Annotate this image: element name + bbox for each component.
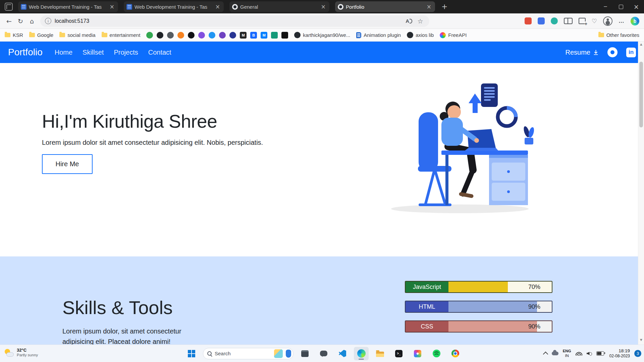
linkedin-icon[interactable]: in — [626, 48, 636, 57]
page-scrollbar[interactable]: ▲ ▼ — [638, 42, 644, 362]
favorite-axios-lib[interactable]: axios lib — [407, 32, 434, 38]
blue-site-icon[interactable] — [209, 32, 215, 39]
windows-logo-icon — [188, 350, 195, 357]
favorite-star-icon[interactable]: ☆ — [415, 15, 426, 27]
bing-icon[interactable]: b — [631, 17, 639, 25]
medium-icon[interactable]: M — [240, 32, 247, 39]
favorite-folder-ksr[interactable]: KSR — [5, 32, 23, 38]
search-doodle-icon — [274, 349, 283, 358]
site-info-icon[interactable]: i — [45, 18, 51, 24]
gray-site-icon[interactable] — [167, 32, 174, 39]
unsplash-icon[interactable] — [281, 32, 288, 39]
tab-title: Web Development Training - Tas — [135, 4, 212, 10]
scrollbar-thumb[interactable] — [639, 62, 643, 127]
site-navbar: Portfolio Home Skillset Projects Contact… — [0, 42, 644, 63]
maximize-button[interactable] — [613, 0, 629, 13]
orange-site-icon[interactable] — [177, 32, 184, 39]
resume-link[interactable]: Resume — [566, 49, 599, 56]
photos-icon[interactable] — [410, 347, 425, 360]
tab-close-icon[interactable]: × — [214, 4, 221, 10]
codepen-icon[interactable] — [188, 32, 195, 39]
behance-icon[interactable]: B — [250, 32, 257, 39]
battery-icon[interactable] — [596, 351, 604, 356]
browser-tab-4-active[interactable]: Portfolio × — [335, 1, 435, 12]
extension-icon-blue[interactable] — [538, 17, 545, 24]
tab-title: Web Development Training - Tas — [29, 4, 106, 10]
taskbar-clock[interactable]: 18:19 02-08-2023 — [609, 348, 630, 359]
refresh-icon[interactable]: ↻ — [15, 15, 26, 27]
read-aloud-icon[interactable]: A — [406, 18, 409, 24]
hero-title: Hi,I'm Kiruthiga Shree — [42, 111, 217, 132]
split-screen-icon[interactable] — [564, 18, 573, 24]
home-icon[interactable]: ⌂ — [26, 15, 38, 27]
extension-icon-teal[interactable] — [551, 17, 558, 24]
scroll-up-icon[interactable]: ▲ — [638, 43, 644, 46]
taskbar-search[interactable]: Search — [203, 348, 293, 359]
tab-close-icon[interactable]: × — [109, 4, 115, 10]
github-icon[interactable] — [157, 32, 163, 39]
volume-icon[interactable] — [587, 352, 592, 356]
nav-link-home[interactable]: Home — [55, 49, 72, 56]
folder-icon — [29, 33, 35, 37]
tray-chevron-icon[interactable] — [543, 352, 548, 357]
browser-tab-2[interactable]: Web Development Training - Tas × — [124, 1, 224, 12]
download-icon — [593, 50, 599, 55]
file-explorer-icon[interactable] — [373, 347, 387, 360]
scroll-down-icon[interactable]: ▼ — [638, 338, 644, 342]
favorite-folder-google[interactable]: Google — [29, 32, 53, 38]
navy-site-icon[interactable] — [229, 32, 236, 39]
browser-essentials-icon[interactable]: ♡ — [592, 17, 597, 24]
violet-site-icon[interactable] — [198, 32, 205, 39]
language-region: IN — [565, 354, 569, 358]
task-window-icon[interactable] — [298, 347, 312, 360]
settings-more-icon[interactable]: … — [619, 18, 625, 24]
hire-me-button[interactable]: Hire Me — [42, 154, 93, 174]
onedrive-icon[interactable] — [552, 352, 558, 355]
profile-avatar-icon[interactable] — [603, 16, 612, 26]
tab-close-icon[interactable]: × — [426, 4, 432, 10]
favorites-bar: KSR Google social media entertainment MB… — [0, 29, 644, 42]
minimize-button[interactable]: ─ — [598, 0, 613, 13]
favorite-github-repo[interactable]: karthickjagan90/we... — [294, 32, 350, 38]
github-icon[interactable] — [607, 47, 618, 57]
skill-bar-label: JavaScript — [406, 282, 448, 292]
chrome-icon[interactable] — [448, 347, 463, 360]
nav-link-projects[interactable]: Projects — [114, 49, 138, 56]
address-bar[interactable]: i localhost:5173 A ☆ — [40, 15, 429, 27]
extension-icon-red[interactable] — [525, 17, 532, 24]
spotify-icon[interactable] — [429, 347, 444, 360]
github-favicon — [232, 4, 238, 10]
nav-link-skillset[interactable]: Skillset — [83, 49, 104, 56]
favorite-freeapi[interactable]: FreeAPI — [440, 32, 467, 38]
site-brand[interactable]: Portfolio — [8, 47, 43, 58]
browser-tab-3[interactable]: General × — [229, 1, 329, 12]
terminal-icon[interactable] — [391, 347, 406, 360]
github-icon — [407, 32, 413, 38]
favorite-folder-social-media[interactable]: social media — [59, 32, 95, 38]
wifi-icon[interactable] — [576, 351, 582, 356]
nav-link-contact[interactable]: Contact — [148, 49, 171, 56]
mui-icon[interactable]: M — [261, 32, 267, 39]
language-code: ENG — [563, 349, 571, 353]
notification-badge[interactable]: 3 — [634, 350, 641, 357]
purple-site-icon[interactable] — [219, 32, 226, 39]
start-button[interactable] — [184, 347, 199, 360]
back-icon[interactable]: ← — [3, 15, 15, 27]
favorite-animation-plugin[interactable]: Animation plugin — [356, 32, 401, 38]
collections-icon[interactable]: + — [579, 18, 586, 24]
vscode-icon[interactable] — [335, 347, 350, 360]
close-button[interactable]: × — [629, 0, 644, 13]
taskbar-weather[interactable]: 32°C Partly sunny — [4, 348, 38, 357]
edge-icon[interactable] — [354, 347, 369, 360]
favorite-folder-entertainment[interactable]: entertainment — [102, 32, 141, 38]
workspaces-icon[interactable] — [5, 3, 13, 11]
chat-icon[interactable] — [316, 347, 331, 360]
tab-title: Portfolio — [346, 4, 423, 10]
browser-tab-1[interactable]: Web Development Training - Tas × — [18, 1, 118, 12]
pixel-site-icon[interactable] — [271, 32, 278, 39]
new-tab-button[interactable]: + — [441, 3, 447, 10]
other-favorites[interactable]: Other favorites — [598, 32, 639, 38]
language-indicator[interactable]: ENG IN — [563, 349, 571, 358]
tab-close-icon[interactable]: × — [320, 4, 327, 10]
green-site-icon[interactable] — [146, 32, 153, 39]
